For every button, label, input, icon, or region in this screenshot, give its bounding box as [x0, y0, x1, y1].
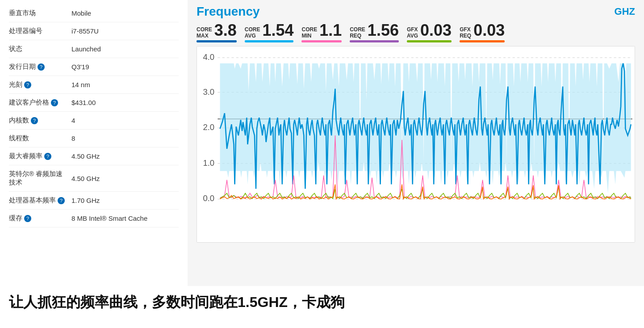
spec-row: 光刻?14 nm: [9, 76, 179, 94]
metric-underline-2: [301, 40, 342, 42]
spec-label: 发行日期?: [9, 63, 67, 71]
spec-row: 处理器编号i7-8557U: [9, 22, 179, 40]
info-icon[interactable]: ?: [51, 99, 58, 106]
metric-label-top-0: CORE: [197, 27, 212, 33]
spec-label: 最大睿频率?: [9, 152, 67, 160]
metric-label-top-3: CORE: [350, 27, 365, 33]
specs-panel: 垂直市场Mobile处理器编号i7-8557U状态Launched发行日期?Q3…: [0, 0, 188, 286]
spec-row: 线程数8: [9, 130, 179, 147]
metric-block-5: GFXREQ0.03: [460, 22, 505, 42]
spec-row: 状态Launched: [9, 40, 179, 58]
spec-value: Q3'19: [67, 63, 89, 71]
chart-header: Frequency GHZ: [188, 0, 644, 19]
metric-block-3: COREREQ1.56: [350, 22, 399, 42]
info-icon[interactable]: ?: [24, 215, 31, 222]
metric-label-4: GFXAVG: [407, 27, 418, 39]
metric-label-5: GFXREQ: [460, 27, 471, 39]
info-icon[interactable]: ?: [58, 197, 65, 204]
metric-value-2: 1.1: [319, 22, 342, 39]
spec-value: 8: [67, 135, 75, 142]
metrics-row: COREMAX3.8COREAVG1.54COREMIN1.1COREREQ1.…: [188, 19, 644, 42]
metric-label-0: COREMAX: [197, 27, 212, 39]
metric-block-0: COREMAX3.8: [197, 22, 237, 42]
spec-row: 最大睿频率?4.50 GHz: [9, 147, 179, 165]
info-icon[interactable]: ?: [31, 117, 38, 124]
svg-text:1.0: 1.0: [203, 158, 214, 168]
metric-value-4: 0.03: [420, 22, 452, 39]
spec-value: Mobile: [67, 9, 91, 17]
metric-label-bottom-0: MAX: [197, 33, 212, 39]
spec-value: 4: [67, 117, 75, 124]
metric-underline-5: [460, 40, 505, 42]
spec-row: 缓存?8 MB Intel® Smart Cache: [9, 210, 179, 227]
svg-text:3.0: 3.0: [203, 87, 214, 97]
spec-value: $431.00: [67, 99, 96, 106]
metric-underline-0: [197, 40, 237, 42]
spec-row: 英特尔® 睿频加速技术4.50 GHz: [9, 165, 179, 192]
metric-value-1: 1.54: [262, 22, 293, 39]
metric-label-3: COREREQ: [350, 27, 365, 39]
spec-value: 4.50 GHz: [67, 152, 100, 160]
metric-label-1: COREAVG: [245, 27, 260, 39]
spec-row: 处理器基本频率?1.70 GHz: [9, 192, 179, 210]
metric-block-2: COREMIN1.1: [301, 22, 342, 42]
metric-label-top-2: CORE: [301, 27, 317, 33]
spec-row: 内核数?4: [9, 112, 179, 130]
metric-block-4: GFXAVG0.03: [407, 22, 452, 42]
metric-value-0: 3.8: [214, 22, 237, 39]
spec-label: 缓存?: [9, 214, 67, 223]
metric-label-bottom-2: MIN: [301, 33, 317, 39]
chart-area: 4.0 3.0 2.0 1.0 0.0: [197, 46, 635, 243]
spec-label: 内核数?: [9, 116, 67, 125]
metric-value-5: 0.03: [473, 22, 505, 39]
spec-value: 14 nm: [67, 81, 90, 88]
metric-label-top-5: GFX: [460, 27, 471, 33]
metric-value-3: 1.56: [368, 22, 399, 39]
spec-label: 光刻?: [9, 80, 67, 89]
spec-label: 英特尔® 睿频加速技术: [9, 170, 67, 187]
spec-label: 建议客户价格?: [9, 98, 67, 107]
metric-label-bottom-3: REQ: [350, 33, 365, 39]
chart-panel: Frequency GHZ COREMAX3.8COREAVG1.54COREM…: [188, 0, 644, 286]
metric-label-top-4: GFX: [407, 27, 418, 33]
spec-label: 处理器编号: [9, 27, 67, 35]
metric-label-bottom-4: AVG: [407, 33, 418, 39]
spec-label: 线程数: [9, 134, 67, 143]
metric-underline-4: [407, 40, 452, 42]
metric-underline-1: [245, 40, 294, 42]
spec-label: 处理器基本频率?: [9, 196, 67, 205]
spec-value: i7-8557U: [67, 27, 99, 35]
frequency-chart: 4.0 3.0 2.0 1.0 0.0: [197, 46, 635, 242]
info-icon[interactable]: ?: [38, 63, 45, 71]
svg-text:2.0: 2.0: [203, 122, 214, 132]
metric-block-1: COREAVG1.54: [245, 22, 294, 42]
metric-label-2: COREMIN: [301, 27, 317, 39]
bottom-text: 让人抓狂的频率曲线，多数时间跑在1.5GHZ，卡成狗: [0, 286, 644, 319]
chart-unit: GHZ: [615, 6, 635, 17]
spec-value: 1.70 GHz: [67, 197, 100, 204]
spec-value: Launched: [67, 45, 101, 53]
metric-label-bottom-1: AVG: [245, 33, 260, 39]
spec-row: 建议客户价格?$431.00: [9, 94, 179, 112]
info-icon[interactable]: ?: [44, 153, 51, 160]
metric-label-bottom-5: REQ: [460, 33, 471, 39]
spec-label: 垂直市场: [9, 9, 67, 17]
spec-value: 4.50 GHz: [67, 175, 100, 182]
chart-title: Frequency: [197, 4, 260, 19]
metric-label-top-1: CORE: [245, 27, 260, 33]
spec-row: 发行日期?Q3'19: [9, 58, 179, 76]
spec-label: 状态: [9, 45, 67, 53]
spec-row: 垂直市场Mobile: [9, 4, 179, 22]
svg-text:4.0: 4.0: [203, 52, 214, 62]
spec-value: 8 MB Intel® Smart Cache: [67, 214, 147, 222]
info-icon[interactable]: ?: [24, 81, 31, 88]
metric-underline-3: [350, 40, 399, 42]
svg-text:0.0: 0.0: [203, 194, 214, 203]
